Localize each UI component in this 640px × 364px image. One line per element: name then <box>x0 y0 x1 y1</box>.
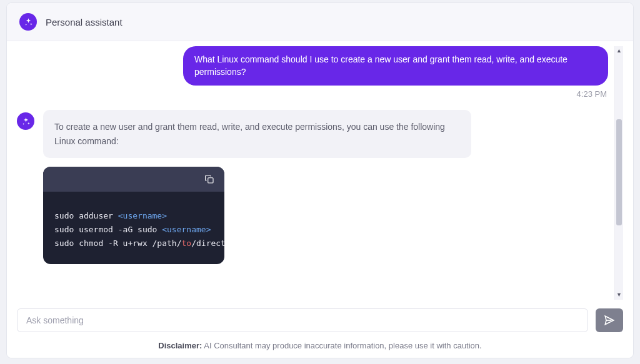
scroll-up-arrow[interactable]: ▲ <box>616 46 622 56</box>
code-token-cmd: sudo usermod -aG sudo <box>54 225 162 234</box>
scroll-track[interactable] <box>615 56 623 290</box>
code-token-arg: <username> <box>118 211 167 220</box>
chat-input[interactable] <box>17 308 588 332</box>
code-token-kw: to <box>182 239 192 248</box>
assistant-avatar-header <box>19 13 37 31</box>
send-button[interactable] <box>596 308 623 332</box>
chat-window: Personal assistant What Linux command sh… <box>6 2 634 358</box>
message-timestamp: 4:23 PM <box>17 89 608 99</box>
chat-header: Personal assistant <box>7 3 633 41</box>
disclaimer-label: Disclaimer: <box>158 341 202 350</box>
copy-code-button[interactable] <box>202 172 217 187</box>
send-icon <box>603 314 616 327</box>
chat-footer: Disclaimer: AI Consultant may produce in… <box>7 300 633 358</box>
code-token-arg: <username> <box>162 225 211 234</box>
svg-rect-0 <box>208 178 213 183</box>
assistant-text-bubble: To create a new user and grant them read… <box>43 110 471 158</box>
scrollbar[interactable]: ▲ ▼ <box>614 46 623 300</box>
disclaimer-text: Disclaimer: AI Consultant may produce in… <box>17 341 623 350</box>
truncated-next-bubble <box>43 277 493 283</box>
assistant-avatar <box>17 112 34 130</box>
user-message-bubble: What Linux command should I use to creat… <box>183 46 608 86</box>
code-token-cmd: sudo adduser <box>54 211 118 220</box>
code-block: sudo adduser <username>sudo usermod -aG … <box>43 167 224 264</box>
copy-icon <box>204 174 215 185</box>
scroll-thumb[interactable] <box>616 119 622 225</box>
chat-scroll-area[interactable]: What Linux command should I use to creat… <box>7 41 633 300</box>
user-message-row: What Linux command should I use to creat… <box>17 46 608 86</box>
code-line: sudo adduser <username> <box>54 209 213 223</box>
assistant-message-row: To create a new user and grant them read… <box>17 110 608 283</box>
chat-title: Personal assistant <box>46 17 122 27</box>
code-content[interactable]: sudo adduser <username>sudo usermod -aG … <box>43 192 224 264</box>
code-line: sudo chmod -R u+rwx /path/to/directory <box>54 237 213 250</box>
disclaimer-body: AI Consultant may produce inaccurate inf… <box>202 341 481 350</box>
code-line: sudo usermod -aG sudo <username> <box>54 223 213 237</box>
scroll-down-arrow[interactable]: ▼ <box>616 290 622 300</box>
sparkle-icon <box>21 117 31 126</box>
sparkle-icon <box>24 17 33 27</box>
code-token-cmd: sudo chmod -R u+rwx /path/ <box>54 239 182 248</box>
code-token-cmd: /directory <box>191 239 224 248</box>
code-block-header <box>43 167 224 192</box>
